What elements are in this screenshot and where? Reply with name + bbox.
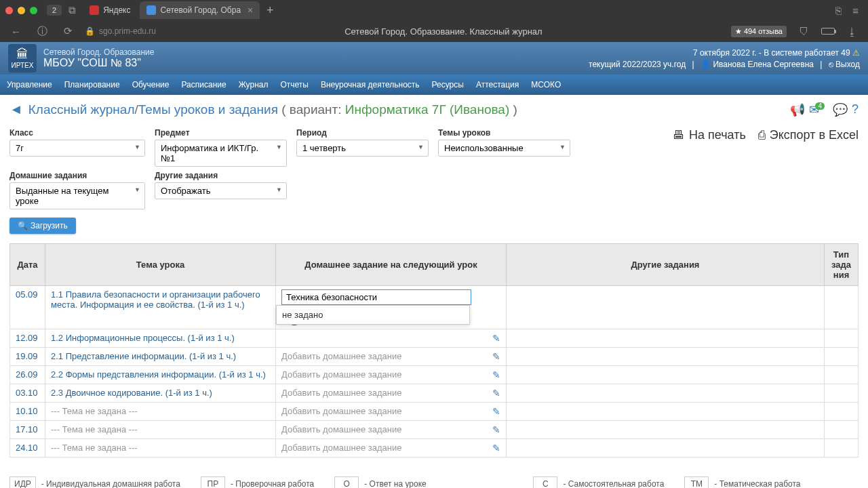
battery-icon [821,28,835,35]
new-panel-icon[interactable]: ⧉ [64,4,80,16]
maximize-window-icon[interactable] [30,7,37,14]
print-icon: 🖶 [673,128,685,142]
nav-item-обучение[interactable]: Обучение [132,80,170,89]
close-window-icon[interactable] [5,7,13,14]
nav-item-управление[interactable]: Управление [7,80,52,89]
downloads-icon[interactable]: ⎘ [831,5,846,16]
info-icon[interactable]: ⓘ [33,25,52,38]
cell-date: 17.10 [10,421,45,439]
nav-item-журнал[interactable]: Журнал [239,80,269,89]
load-button[interactable]: 🔍Загрузить [9,218,76,234]
cell-topic[interactable]: --- Тема не задана --- [45,421,276,439]
edit-icon[interactable]: ✎ [492,388,500,399]
cell-homework: Добавить домашнее задание✎ [276,366,507,384]
minimize-window-icon[interactable] [18,7,25,14]
user-name[interactable]: Иванова Елена Сергеевна [713,60,814,69]
cell-topic[interactable]: 1.2 Информационные процессы. (1-й из 1 ч… [45,329,276,348]
cell-other [507,403,825,421]
homework-input[interactable] [281,289,471,305]
menu-icon[interactable]: ≡ [848,5,863,16]
new-tab-button[interactable]: + [262,3,277,18]
autocomplete-dropdown[interactable]: не задано [276,305,470,325]
close-tab-icon[interactable]: × [248,5,253,16]
tab-yandex[interactable]: Яндекс [83,1,137,19]
back-button-icon[interactable]: ◄ [9,102,23,117]
back-icon[interactable]: ← [7,26,25,37]
logo[interactable]: 🏛ИРТЕХ [8,44,37,73]
edit-icon[interactable]: ✎ [492,351,500,362]
mail-icon[interactable]: ✉4 [809,102,829,117]
topics-select[interactable]: Неиспользованные [438,140,570,157]
topics-label: Темы уроков [438,128,570,138]
legend-item: ИДР- Индивидуальная домашняя работа [9,476,180,488]
legend: ИДР- Индивидуальная домашняя работаМДТ- … [0,463,868,488]
print-button[interactable]: 🖶На печать [673,128,746,142]
legend-text: - Тематическая работа [714,479,800,488]
legend-item: С- Самостоятельная работа [533,476,664,488]
cell-topic[interactable]: --- Тема не задана --- [45,439,276,458]
cell-topic[interactable]: 1.1 Правила безопасности и организации р… [45,286,276,329]
period-select[interactable]: 1 четверть [296,140,429,157]
logout-link[interactable]: Выход [835,60,860,69]
shield-icon[interactable]: ⛉ [795,26,813,37]
nav-menu: УправлениеПланированиеОбучениеРасписание… [0,75,868,95]
edit-icon[interactable]: ✎ [492,333,500,344]
tab-sgo[interactable]: Сетевой Город. Обра × [140,1,260,19]
cell-other [507,439,825,458]
url-bar: ← ⓘ ⟳ 🔒sgo.prim-edu.ru Сетевой Город. Об… [0,20,868,42]
page-title: Классный журнал/Темы уроков и задания ( … [28,102,517,117]
homework-placeholder[interactable]: Добавить домашнее задание [281,369,401,380]
nav-item-внеурочная деятельность[interactable]: Внеурочная деятельность [321,80,420,89]
class-select[interactable]: 7г [9,140,145,157]
homework-placeholder[interactable]: Добавить домашнее задание [281,424,401,434]
url-domain[interactable]: 🔒sgo.prim-edu.ru [85,26,156,36]
legend-abbr: ТМ [684,476,709,488]
table-row: 24.10--- Тема не задана ---Добавить дома… [10,439,859,458]
cell-date: 05.09 [10,286,45,329]
cell-date: 24.10 [10,439,45,458]
edit-icon[interactable]: ✎ [492,424,500,435]
homework-placeholder[interactable]: Добавить домашнее задание [281,351,401,361]
cell-topic[interactable]: 2.1 Представление информации. (1-й из 1 … [45,348,276,366]
cell-topic[interactable]: 2.3 Двоичное кодирование. (1-й из 1 ч.) [45,384,276,403]
logo-building-icon: 🏛 [12,47,34,62]
cell-type [825,286,859,329]
download-icon[interactable]: ⭳ [843,26,861,37]
homework-placeholder[interactable]: Добавить домашнее задание [281,388,401,398]
megaphone-icon[interactable]: 📢 [790,102,805,117]
panel-count[interactable]: 2 [47,5,62,16]
nav-item-ресурсы[interactable]: Ресурсы [432,80,464,89]
subject-select[interactable]: Информатика и ИКТ/Гр. №1 [155,140,287,167]
cell-topic[interactable]: --- Тема не задана --- [45,403,276,421]
cell-other [507,421,825,439]
legend-abbr: С [533,476,557,488]
table-row: 05.091.1 Правила безопасности и организа… [10,286,859,329]
edit-icon[interactable]: ✎ [492,443,500,453]
export-button[interactable]: ⎙Экспорт в Excel [758,128,859,142]
reload-icon[interactable]: ⟳ [60,25,77,37]
warning-icon[interactable]: ⚠ [852,48,860,58]
legend-abbr: ПР [201,476,225,488]
filters-row2: Домашние задания Выданные на текущем уро… [0,171,868,214]
nav-item-расписание[interactable]: Расписание [182,80,226,89]
homework-placeholder[interactable]: Добавить домашнее задание [281,406,401,416]
nav-item-планирование[interactable]: Планирование [64,80,120,89]
legend-item: ТМ- Тематическая работа [684,476,800,488]
help-icon[interactable]: ? [852,102,859,117]
edit-icon[interactable]: ✎ [492,369,500,380]
other-select[interactable]: Отображать [155,182,287,199]
table-row: 17.10--- Тема не задана ---Добавить дома… [10,421,859,439]
nav-item-мсоко[interactable]: МСОКО [531,80,561,89]
cell-homework: Добавить домашнее задание✎ [276,421,507,439]
nav-item-отчеты[interactable]: Отчеты [280,80,308,89]
homework-select[interactable]: Выданные на текущем уроке [9,182,145,209]
homework-placeholder[interactable]: Добавить домашнее задание [281,443,401,453]
nav-item-аттестация[interactable]: Аттестация [476,80,519,89]
reviews-badge[interactable]: ★ 494 отзыва [731,26,787,37]
th-date: Дата [10,244,45,286]
excel-icon: ⎙ [758,128,766,142]
table-row: 19.092.1 Представление информации. (1-й … [10,348,859,366]
forum-icon[interactable]: 💬 [833,102,848,117]
edit-icon[interactable]: ✎ [492,406,500,417]
cell-topic[interactable]: 2.2 Формы представления информации. (1-й… [45,366,276,384]
